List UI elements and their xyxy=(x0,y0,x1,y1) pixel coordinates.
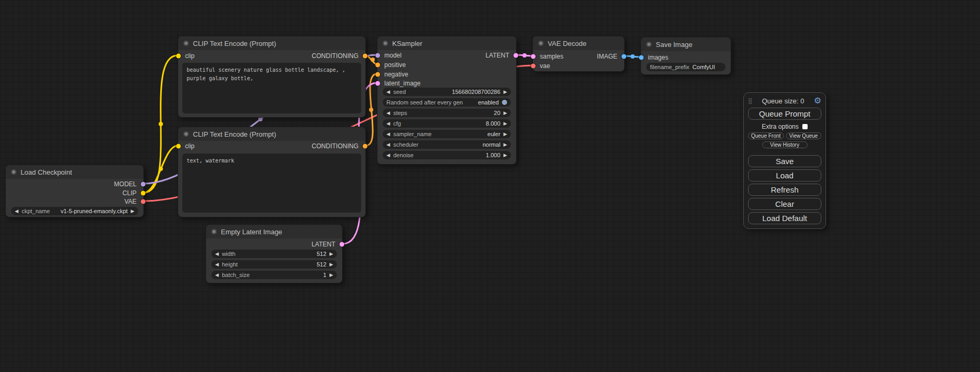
output-socket-image[interactable] xyxy=(622,54,626,59)
wire-midpoint-dot[interactable] xyxy=(258,117,263,121)
prev-value-arrow-icon[interactable]: ◀ xyxy=(386,142,390,147)
node-clip-text-encode-negative[interactable]: CLIP Text Encode (Prompt) clip CONDITION… xyxy=(178,127,366,217)
node-title-bar[interactable]: Save Image xyxy=(641,37,731,51)
queue-front-button[interactable]: Queue Front xyxy=(748,132,784,139)
input-socket-images[interactable] xyxy=(639,55,644,60)
increment-arrow-icon[interactable]: ▶ xyxy=(329,252,333,256)
decrement-arrow-icon[interactable]: ◀ xyxy=(386,90,390,94)
widget-filename-prefix[interactable]: filename_prefix ComfyUI xyxy=(646,63,725,71)
widget-batch-size[interactable]: ◀ batch_size 1 ▶ xyxy=(211,271,337,279)
output-socket-latent[interactable] xyxy=(513,53,518,58)
output-socket-vae[interactable] xyxy=(141,199,145,204)
collapse-dot-icon[interactable] xyxy=(11,169,16,175)
load-button[interactable]: Load xyxy=(748,169,821,182)
increment-arrow-icon[interactable]: ▶ xyxy=(503,153,507,158)
queue-prompt-button[interactable]: Queue Prompt xyxy=(748,108,821,120)
widget-scheduler[interactable]: ◀ scheduler normal ▶ xyxy=(383,140,511,149)
decrement-arrow-icon[interactable]: ◀ xyxy=(386,153,390,158)
wire-midpoint-dot[interactable] xyxy=(522,53,527,58)
toggle-dot-icon[interactable] xyxy=(502,100,507,105)
wire-midpoint-dot[interactable] xyxy=(630,54,635,59)
wire-midpoint-dot[interactable] xyxy=(371,58,375,62)
collapse-dot-icon[interactable] xyxy=(646,42,652,47)
next-value-arrow-icon[interactable]: ▶ xyxy=(503,132,507,137)
input-socket-negative[interactable] xyxy=(375,72,380,77)
input-socket-model[interactable] xyxy=(375,53,380,58)
widget-label: sampler_name xyxy=(393,131,432,137)
prev-value-arrow-icon[interactable]: ◀ xyxy=(386,132,390,137)
output-slot-conditioning: CONDITIONING xyxy=(312,142,365,150)
decrement-arrow-icon[interactable]: ◀ xyxy=(215,252,219,256)
input-socket-clip[interactable] xyxy=(176,144,181,149)
node-load-checkpoint[interactable]: Load Checkpoint MODEL CLIP VAE ◀ ckpt_na… xyxy=(5,165,144,217)
increment-arrow-icon[interactable]: ▶ xyxy=(503,121,507,126)
collapse-dot-icon[interactable] xyxy=(183,41,189,46)
refresh-button[interactable]: Refresh xyxy=(748,184,821,196)
input-socket-latent-image[interactable] xyxy=(375,81,380,86)
input-socket-positive[interactable] xyxy=(375,63,380,68)
increment-arrow-icon[interactable]: ▶ xyxy=(329,262,333,267)
settings-gear-icon[interactable]: ⚙ xyxy=(814,97,821,105)
input-slot-vae: vae xyxy=(533,62,550,70)
node-clip-text-encode-positive[interactable]: CLIP Text Encode (Prompt) clip CONDITION… xyxy=(178,36,366,118)
node-vae-decode[interactable]: VAE Decode samples vae IMAGE xyxy=(532,36,625,72)
drag-handle-icon[interactable]: ⣿ xyxy=(748,98,752,104)
widget-random-seed-toggle[interactable]: Random seed after every gen enabled xyxy=(383,98,511,107)
input-socket-vae[interactable] xyxy=(531,64,536,69)
widget-ckpt-name[interactable]: ◀ ckpt_name v1-5-pruned-emaonly.ckpt ▶ xyxy=(11,207,138,215)
extra-options-checkbox[interactable] xyxy=(802,124,808,129)
wire-midpoint-dot[interactable] xyxy=(159,167,163,171)
output-socket-latent[interactable] xyxy=(339,242,344,247)
collapse-dot-icon[interactable] xyxy=(211,229,217,234)
slot-label: images xyxy=(648,54,668,61)
widget-cfg[interactable]: ◀ cfg 8.000 ▶ xyxy=(383,119,511,128)
output-socket-clip[interactable] xyxy=(141,191,145,196)
extra-options-row: Extra options xyxy=(748,123,821,130)
collapse-dot-icon[interactable] xyxy=(538,41,544,46)
input-socket-clip[interactable] xyxy=(176,54,181,59)
node-ksampler[interactable]: KSampler model positive negative latent_… xyxy=(377,36,517,165)
node-title-bar[interactable]: KSampler xyxy=(377,36,516,50)
output-socket-conditioning[interactable] xyxy=(363,144,367,149)
save-button[interactable]: Save xyxy=(748,155,821,167)
clear-button[interactable]: Clear xyxy=(748,198,821,210)
decrement-arrow-icon[interactable]: ◀ xyxy=(215,262,219,267)
node-save-image[interactable]: Save Image images filename_prefix ComfyU… xyxy=(641,37,731,75)
negative-prompt-textarea[interactable]: text, watermark xyxy=(182,154,361,213)
node-title-bar[interactable]: Load Checkpoint xyxy=(6,165,143,179)
widget-height[interactable]: ◀ height 512 ▶ xyxy=(211,260,337,269)
decrement-arrow-icon[interactable]: ◀ xyxy=(215,273,219,278)
output-socket-conditioning[interactable] xyxy=(363,54,367,59)
input-socket-samples[interactable] xyxy=(531,54,536,59)
increment-arrow-icon[interactable]: ▶ xyxy=(503,90,507,94)
widget-denoise[interactable]: ◀ denoise 1.000 ▶ xyxy=(383,151,511,159)
prev-value-arrow-icon[interactable]: ◀ xyxy=(15,209,18,214)
widget-seed[interactable]: ◀ seed 156680208700286 ▶ xyxy=(383,88,511,96)
wire-midpoint-dot[interactable] xyxy=(369,108,373,112)
widget-sampler-name[interactable]: ◀ sampler_name euler ▶ xyxy=(383,130,511,138)
node-title-bar[interactable]: CLIP Text Encode (Prompt) xyxy=(178,36,365,50)
collapse-dot-icon[interactable] xyxy=(183,131,189,137)
collapse-dot-icon[interactable] xyxy=(383,41,388,46)
increment-arrow-icon[interactable]: ▶ xyxy=(329,273,333,278)
slot-label: LATENT xyxy=(312,241,335,248)
node-title-bar[interactable]: CLIP Text Encode (Prompt) xyxy=(178,127,365,141)
node-empty-latent-image[interactable]: Empty Latent Image LATENT ◀ width 512 ▶ … xyxy=(206,224,343,283)
decrement-arrow-icon[interactable]: ◀ xyxy=(386,111,390,116)
node-title-bar[interactable]: VAE Decode xyxy=(533,36,624,50)
view-history-button[interactable]: View History xyxy=(762,141,808,148)
widget-width[interactable]: ◀ width 512 ▶ xyxy=(211,250,337,258)
widget-steps[interactable]: ◀ steps 20 ▶ xyxy=(383,109,511,117)
output-socket-model[interactable] xyxy=(141,182,145,187)
positive-prompt-textarea[interactable]: beautiful scenery nature glass bottle la… xyxy=(182,63,361,113)
increment-arrow-icon[interactable]: ▶ xyxy=(503,111,507,116)
next-value-arrow-icon[interactable]: ▶ xyxy=(131,209,134,214)
widget-value: normal xyxy=(482,141,500,148)
node-title-bar[interactable]: Empty Latent Image xyxy=(206,225,342,239)
widget-label: width xyxy=(222,251,236,257)
load-default-button[interactable]: Load Default xyxy=(748,212,821,224)
view-queue-button[interactable]: View Queue xyxy=(786,132,822,139)
next-value-arrow-icon[interactable]: ▶ xyxy=(503,142,507,147)
wire-midpoint-dot[interactable] xyxy=(159,122,163,126)
decrement-arrow-icon[interactable]: ◀ xyxy=(386,121,390,126)
